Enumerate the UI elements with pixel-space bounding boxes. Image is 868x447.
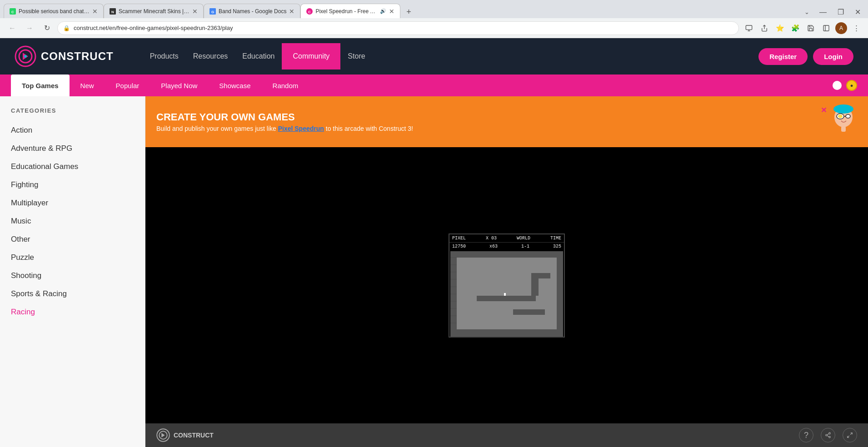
games-nav: Top Games New Popular Played Now Showcas… bbox=[0, 74, 868, 96]
category-music[interactable]: Music bbox=[11, 212, 134, 230]
main-area: CATEGORIES Action Adventure & RPG Educat… bbox=[0, 96, 868, 447]
svg-text:G: G bbox=[211, 10, 214, 14]
svg-rect-33 bbox=[546, 273, 550, 278]
category-fighting[interactable]: Fighting bbox=[11, 176, 134, 194]
site-logo: CONSTRUCT bbox=[15, 45, 114, 67]
hud-world-val: 1-1 bbox=[521, 244, 529, 249]
nav-education[interactable]: Education bbox=[242, 52, 274, 60]
tab-3-close[interactable]: ✕ bbox=[289, 8, 294, 15]
url-text: construct.net/en/free-online-games/pixel… bbox=[74, 25, 733, 31]
category-shooting[interactable]: Shooting bbox=[11, 267, 134, 285]
menu-icon[interactable]: ⋮ bbox=[850, 22, 863, 35]
game-footer-logo: CONSTRUCT bbox=[156, 428, 214, 442]
dark-mode-toggle[interactable] bbox=[823, 80, 843, 91]
category-other[interactable]: Other bbox=[11, 230, 134, 248]
tab-4-audio-icon[interactable]: 🔊 bbox=[380, 8, 386, 14]
games-nav-new[interactable]: New bbox=[70, 74, 105, 96]
svg-rect-26 bbox=[450, 251, 563, 258]
address-bar[interactable]: 🔒 construct.net/en/free-online-games/pix… bbox=[57, 21, 739, 35]
back-button[interactable]: ← bbox=[5, 21, 19, 35]
site-logo-text: CONSTRUCT bbox=[41, 50, 114, 63]
category-adventure-rpg[interactable]: Adventure & RPG bbox=[11, 139, 134, 158]
sidebar: CATEGORIES Action Adventure & RPG Educat… bbox=[0, 96, 145, 447]
svg-line-52 bbox=[850, 433, 852, 435]
nav-community[interactable]: Community bbox=[282, 43, 340, 70]
cast-icon[interactable] bbox=[743, 22, 755, 35]
nav-products[interactable]: Products bbox=[150, 52, 179, 60]
promo-heading: CREATE YOUR OWN GAMES bbox=[156, 111, 413, 123]
hud-pixel-label: PIXEL bbox=[452, 236, 466, 241]
svg-point-49 bbox=[829, 436, 831, 438]
browser-tab-3[interactable]: G Band Names - Google Docs ✕ bbox=[204, 4, 300, 18]
category-action[interactable]: Action bbox=[11, 121, 134, 139]
svg-text:C: C bbox=[11, 10, 14, 14]
game-hud: PIXEL X 03 WORLD TIME bbox=[449, 234, 564, 243]
nav-store[interactable]: Store bbox=[348, 52, 365, 60]
browser-tab-2[interactable]: N Scammer Minecraft Skins | Nam... ✕ bbox=[104, 4, 204, 18]
svg-rect-30 bbox=[513, 309, 545, 315]
promo-link[interactable]: Pixel Speedrun bbox=[278, 125, 324, 132]
coin-icon: ● bbox=[846, 80, 857, 91]
games-nav-showcase[interactable]: Showcase bbox=[208, 74, 261, 96]
new-tab-button[interactable]: + bbox=[402, 5, 415, 18]
category-educational-games[interactable]: Educational Games bbox=[11, 158, 134, 176]
category-racing[interactable]: Racing bbox=[11, 303, 134, 321]
site-header: CONSTRUCT Products Resources Education C… bbox=[0, 38, 868, 74]
tab-4-title: Pixel Speedrun - Free Addic... bbox=[315, 8, 376, 15]
games-nav-top-games[interactable]: Top Games bbox=[11, 74, 70, 96]
svg-rect-25 bbox=[557, 251, 563, 336]
tab-4-close[interactable]: ✕ bbox=[389, 8, 394, 15]
svg-line-51 bbox=[827, 434, 829, 435]
games-nav-popular[interactable]: Popular bbox=[105, 74, 150, 96]
browser-toolbar: ← → ↻ 🔒 construct.net/en/free-online-gam… bbox=[0, 18, 868, 38]
tab-2-close[interactable]: ✕ bbox=[192, 8, 198, 15]
help-icon[interactable]: ? bbox=[799, 428, 813, 442]
tab-3-title: Band Names - Google Docs bbox=[219, 8, 286, 15]
svg-point-48 bbox=[826, 434, 828, 436]
save-icon[interactable] bbox=[804, 22, 817, 35]
register-button[interactable]: Register bbox=[758, 48, 808, 65]
games-nav-random[interactable]: Random bbox=[262, 74, 309, 96]
svg-rect-29 bbox=[477, 296, 536, 301]
nav-resources[interactable]: Resources bbox=[193, 52, 228, 60]
game-footer: CONSTRUCT ? bbox=[145, 423, 868, 447]
profile-avatar[interactable]: A bbox=[835, 22, 847, 34]
category-multiplayer[interactable]: Multiplayer bbox=[11, 194, 134, 212]
forward-button[interactable]: → bbox=[23, 21, 36, 35]
game-world bbox=[449, 250, 564, 337]
close-button[interactable]: ✕ bbox=[851, 6, 864, 18]
reload-button[interactable]: ↻ bbox=[40, 21, 54, 35]
extensions-icon[interactable]: 🧩 bbox=[789, 22, 802, 35]
browser-tab-1[interactable]: C Possible serious band chat - Ch... ✕ bbox=[4, 4, 104, 18]
sidebar-categories: CATEGORIES Action Adventure & RPG Educat… bbox=[0, 96, 145, 321]
promo-banner: CREATE YOUR OWN GAMES Build and publish … bbox=[145, 96, 868, 147]
game-hud-scores: 12750 x63 1-1 325 bbox=[449, 243, 564, 250]
page-content: CONSTRUCT Products Resources Education C… bbox=[0, 38, 868, 447]
fullscreen-icon[interactable] bbox=[843, 428, 857, 442]
toolbar-icons: ⭐ 🧩 A ⋮ bbox=[743, 22, 863, 35]
share-icon[interactable] bbox=[758, 22, 771, 35]
category-puzzle[interactable]: Puzzle bbox=[11, 248, 134, 267]
games-nav-played-now[interactable]: Played Now bbox=[150, 74, 208, 96]
svg-text:C: C bbox=[309, 10, 311, 14]
bookmark-icon[interactable]: ⭐ bbox=[773, 22, 786, 35]
svg-text:✕: ✕ bbox=[821, 106, 827, 114]
tab-1-close[interactable]: ✕ bbox=[92, 8, 98, 15]
share-game-icon[interactable] bbox=[821, 428, 835, 442]
svg-point-14 bbox=[24, 55, 27, 58]
sidebar-toggle-icon[interactable] bbox=[820, 22, 833, 35]
hud-x-val: X 03 bbox=[486, 236, 497, 241]
maximize-button[interactable]: ❐ bbox=[834, 6, 848, 18]
hud-world-label: WORLD bbox=[517, 236, 530, 241]
tab-search-btn[interactable]: ⌄ bbox=[802, 9, 812, 15]
svg-point-20 bbox=[846, 114, 850, 118]
minimize-button[interactable]: — bbox=[816, 6, 830, 18]
toggle-container: ● bbox=[823, 80, 857, 91]
game-frame[interactable]: PIXEL X 03 WORLD TIME 12750 x63 1-1 325 bbox=[145, 147, 868, 423]
login-button[interactable]: Login bbox=[813, 48, 853, 65]
browser-tab-4[interactable]: C Pixel Speedrun - Free Addic... 🔊 ✕ bbox=[300, 4, 400, 18]
svg-point-47 bbox=[829, 432, 831, 434]
category-sports-racing[interactable]: Sports & Racing bbox=[11, 285, 134, 303]
tab-1-title: Possible serious band chat - Ch... bbox=[19, 8, 90, 15]
svg-rect-28 bbox=[457, 258, 557, 329]
